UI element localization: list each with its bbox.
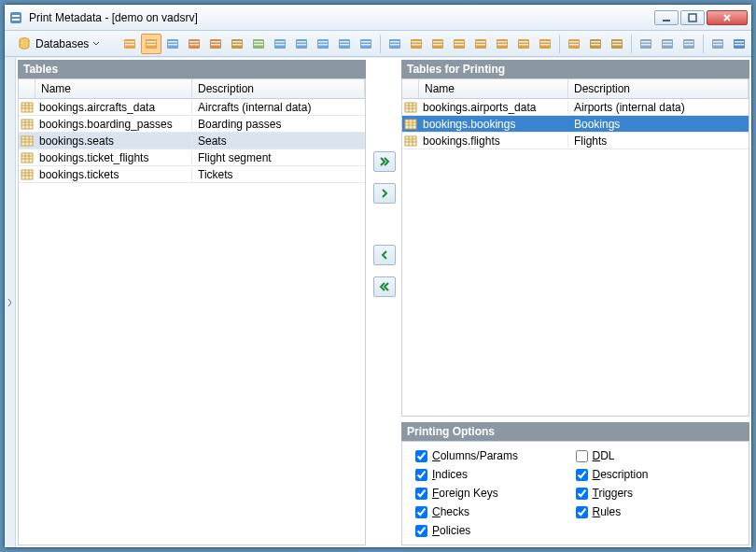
svg-rect-110 (21, 170, 33, 179)
svg-rect-52 (455, 41, 464, 43)
option-foreign-keys[interactable]: Foreign Keys (415, 487, 576, 500)
table-row[interactable]: bookings.seatsSeats (19, 133, 365, 149)
box-icon[interactable] (564, 34, 584, 54)
svg-rect-55 (476, 41, 485, 43)
find-icon[interactable] (636, 34, 656, 54)
option-ddl[interactable]: DDL (576, 449, 736, 462)
col-mid-icon[interactable] (313, 34, 333, 54)
svg-rect-35 (318, 44, 328, 46)
checkbox[interactable] (415, 488, 427, 500)
checkbox[interactable] (576, 450, 588, 462)
checkbox[interactable] (576, 506, 588, 518)
tab6-icon[interactable] (492, 34, 512, 54)
stack-icon[interactable] (585, 34, 606, 54)
option-label: Indices (432, 468, 468, 481)
table-row[interactable]: bookings.airports_dataAirports (internal… (402, 99, 749, 116)
table-row[interactable]: bookings.bookingsBookings (402, 116, 749, 133)
checkbox[interactable] (415, 506, 427, 518)
printing-grid-header: Name Description (402, 79, 749, 99)
col-name[interactable]: Name (419, 79, 568, 98)
titlebar[interactable]: Print Metadata - [demo on vadsrv] (5, 5, 751, 31)
tables-panel: Tables Name Description bookings.aircraf… (18, 60, 366, 545)
tables-icon[interactable] (141, 34, 161, 54)
printing-tables-grid[interactable]: Name Description bookings.airports_dataA… (401, 78, 749, 417)
option-columns-params[interactable]: Columns/Params (415, 449, 576, 462)
svg-rect-0 (10, 12, 21, 23)
table-row[interactable]: bookings.flightsFlights (402, 133, 749, 149)
maximize-button[interactable] (680, 10, 705, 25)
table-row[interactable]: bookings.aircrafts_dataAircrafts (intern… (19, 99, 365, 116)
svg-rect-62 (519, 44, 528, 46)
grid-icon[interactable] (248, 34, 269, 54)
grid2-icon[interactable] (270, 34, 290, 54)
option-label: Policies (432, 524, 470, 537)
col-description[interactable]: Description (568, 79, 749, 98)
svg-rect-56 (476, 44, 485, 46)
move-right-button[interactable] (373, 183, 396, 204)
option-policies[interactable]: Policies (415, 524, 576, 537)
move-left-button[interactable] (373, 245, 396, 265)
tab7-icon[interactable] (513, 34, 534, 54)
checkbox[interactable] (415, 469, 427, 481)
col-left-icon[interactable] (291, 34, 312, 54)
export-icon[interactable] (184, 34, 204, 54)
tab5-icon[interactable] (470, 34, 491, 54)
svg-rect-100 (21, 136, 33, 146)
tab2-icon[interactable] (406, 34, 427, 54)
tool-icon[interactable] (679, 34, 699, 54)
option-description[interactable]: Description (576, 468, 736, 481)
svg-rect-115 (405, 103, 416, 112)
checkbox[interactable] (576, 488, 588, 500)
minimize-button[interactable] (654, 10, 679, 25)
new-doc-icon[interactable] (119, 34, 140, 54)
table-row[interactable]: bookings.ticket_flightsFlight segment (19, 149, 365, 166)
col-all-icon[interactable] (356, 34, 376, 54)
table-icon (19, 101, 35, 114)
print-icon[interactable] (657, 34, 678, 54)
svg-rect-105 (21, 153, 33, 163)
databases-dropdown[interactable]: Databases (12, 34, 106, 54)
svg-rect-89 (735, 44, 744, 46)
checkbox[interactable] (576, 469, 588, 481)
checkbox[interactable] (415, 525, 427, 537)
svg-rect-38 (340, 44, 349, 46)
import-icon[interactable] (205, 34, 226, 54)
tab3-icon[interactable] (427, 34, 448, 54)
table-row[interactable]: bookings.boarding_passesBoarding passes (19, 116, 365, 133)
option-rules[interactable]: Rules (576, 505, 736, 518)
row-desc: Seats (192, 134, 365, 148)
option-label: Triggers (593, 487, 634, 500)
move-all-right-button[interactable] (373, 151, 396, 172)
edit-icon[interactable] (227, 34, 247, 54)
option-triggers[interactable]: Triggers (576, 487, 736, 500)
tab1-icon[interactable] (385, 34, 405, 54)
col-name[interactable]: Name (35, 79, 192, 98)
svg-rect-82 (684, 41, 693, 43)
tables-grid[interactable]: Name Description bookings.aircrafts_data… (18, 78, 366, 545)
option-indices[interactable]: Indices (415, 468, 576, 481)
tab4-icon[interactable] (449, 34, 469, 54)
tables-header: Tables (18, 60, 366, 78)
svg-rect-79 (663, 41, 672, 43)
svg-rect-70 (591, 41, 600, 43)
schema-icon[interactable] (162, 34, 183, 54)
table-row[interactable]: bookings.ticketsTickets (19, 166, 365, 183)
table-icon (19, 151, 35, 164)
col-right-icon[interactable] (334, 34, 355, 54)
move-all-left-button[interactable] (373, 276, 396, 297)
svg-rect-86 (713, 44, 722, 46)
option-checks[interactable]: Checks (415, 505, 576, 518)
tab8-icon[interactable] (535, 34, 555, 54)
svg-rect-37 (340, 41, 349, 43)
side-gutter[interactable] (5, 58, 16, 547)
copy-icon[interactable] (607, 34, 627, 54)
svg-rect-1 (12, 15, 20, 17)
checkbox[interactable] (415, 450, 427, 462)
window-icon[interactable] (729, 34, 749, 54)
col-description[interactable]: Description (192, 79, 365, 98)
print2-icon[interactable] (707, 34, 728, 54)
svg-rect-11 (147, 44, 156, 46)
table-icon (402, 118, 419, 131)
row-desc: Airports (internal data) (568, 101, 749, 114)
close-button[interactable] (707, 10, 748, 25)
